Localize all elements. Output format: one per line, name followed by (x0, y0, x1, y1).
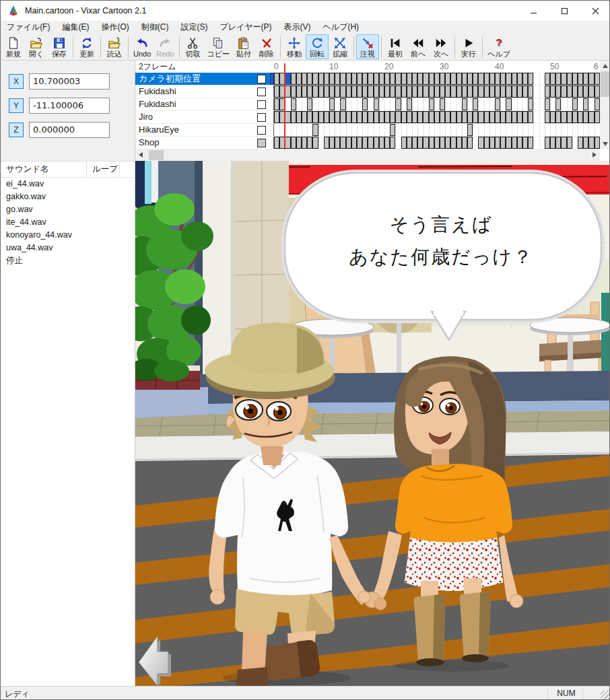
frame-cell[interactable] (567, 85, 572, 98)
frame-cell[interactable] (395, 73, 401, 85)
frame-cell-empty[interactable] (539, 98, 545, 110)
frame-cell[interactable] (578, 85, 583, 98)
frame-cell[interactable] (506, 137, 511, 149)
viewport-3d[interactable]: そう言えば あなた何歳だっけ？ (135, 161, 610, 686)
frame-cell[interactable] (473, 111, 478, 123)
frame-cell[interactable] (506, 73, 511, 85)
menu-item-2[interactable]: 操作(O) (95, 21, 135, 34)
frame-cell-empty[interactable] (456, 124, 462, 136)
minimize-button[interactable] (518, 1, 549, 21)
frame-cell[interactable] (296, 73, 302, 85)
frame-cell[interactable] (318, 85, 324, 98)
frame-cell[interactable] (346, 137, 351, 149)
frame-cell-empty[interactable] (390, 98, 395, 110)
frame-cell[interactable] (440, 137, 445, 149)
frame-cell-empty[interactable] (346, 124, 351, 136)
frame-cell-empty[interactable] (478, 124, 483, 136)
frame-cell[interactable] (555, 137, 561, 149)
sound-list-item-3[interactable]: ite_44.wav (1, 216, 135, 229)
frame-cell-empty[interactable] (368, 98, 373, 110)
toolbar-button-refresh[interactable]: 更新 (75, 34, 98, 59)
frame-cell[interactable] (324, 73, 329, 85)
frame-cell-empty[interactable] (302, 124, 307, 136)
frame-cell[interactable] (489, 85, 495, 98)
track-frame-grid[interactable] (273, 73, 600, 85)
timeline-vertical-scrollbar[interactable] (600, 61, 610, 149)
frame-cell[interactable] (478, 111, 483, 123)
frame-cell-empty[interactable] (274, 124, 279, 136)
frame-cell[interactable] (390, 73, 395, 85)
track-name[interactable]: カメラ初期位置 (135, 73, 257, 85)
timeline-track-row-4[interactable]: HikaruEye (135, 124, 600, 137)
frame-cell-empty[interactable] (539, 73, 545, 85)
track-name[interactable]: Fukidashi (135, 98, 257, 110)
track-checkbox[interactable] (257, 88, 266, 96)
frame-cell[interactable] (368, 111, 373, 123)
frame-cell-empty[interactable] (423, 124, 428, 136)
frame-cell[interactable] (567, 73, 572, 85)
frame-cell-empty[interactable] (340, 124, 345, 136)
frame-cell[interactable] (412, 111, 417, 123)
frame-cell-empty[interactable] (539, 111, 545, 123)
frame-cell[interactable] (285, 73, 290, 85)
frame-cell[interactable] (429, 137, 434, 149)
frame-cell[interactable] (296, 111, 302, 123)
frame-cell[interactable] (561, 85, 566, 98)
frame-cell[interactable] (522, 137, 528, 149)
frame-cell[interactable] (401, 137, 407, 149)
frame-cell[interactable] (274, 73, 279, 85)
frame-cell[interactable] (351, 137, 357, 149)
toolbar-button-first[interactable]: 最初 (384, 34, 407, 59)
frame-cell[interactable] (473, 85, 478, 98)
frame-cell[interactable] (528, 137, 533, 149)
timeline-track-row-3[interactable]: Jiro (135, 111, 600, 124)
frame-cell[interactable] (495, 73, 500, 85)
frame-cell-empty[interactable] (545, 124, 550, 136)
frame-cell[interactable] (512, 137, 517, 149)
frame-cell-empty[interactable] (285, 124, 290, 136)
sound-name-column-header[interactable]: サウンド名 (1, 162, 87, 177)
frame-cell[interactable] (379, 111, 384, 123)
frame-cell[interactable] (555, 73, 561, 85)
frame-cell-empty[interactable] (578, 98, 583, 110)
frame-cell[interactable] (506, 111, 511, 123)
frame-cell[interactable] (450, 137, 456, 149)
track-name[interactable]: Jiro (135, 111, 257, 123)
frame-cell[interactable] (555, 85, 561, 98)
frame-cell[interactable] (274, 111, 279, 123)
frame-cell-empty[interactable] (561, 98, 566, 110)
frame-cell-empty[interactable] (484, 124, 489, 136)
frame-cell[interactable] (429, 73, 434, 85)
frame-cell[interactable] (374, 73, 379, 85)
frame-cell[interactable] (318, 111, 324, 123)
frame-cell-empty[interactable] (324, 98, 329, 110)
frame-cell[interactable] (335, 73, 340, 85)
frame-cell[interactable] (467, 111, 473, 123)
frame-cell[interactable] (291, 137, 296, 149)
frame-cell[interactable] (412, 137, 417, 149)
frame-cell[interactable] (346, 111, 351, 123)
frame-cell[interactable] (588, 73, 594, 85)
frame-cell-empty[interactable] (401, 98, 407, 110)
frame-cell[interactable] (434, 73, 440, 85)
frame-cell[interactable] (555, 98, 561, 110)
frame-cell[interactable] (395, 85, 401, 98)
sound-list-item-6[interactable]: 停止 (1, 254, 135, 267)
frame-cell-empty[interactable] (434, 124, 440, 136)
frame-cell[interactable] (379, 85, 384, 98)
frame-cell[interactable] (384, 137, 390, 149)
frame-cell[interactable] (401, 85, 407, 98)
frame-cell[interactable] (307, 73, 312, 85)
x-value-field[interactable]: 10.700003 (29, 73, 110, 90)
frame-cell[interactable] (274, 85, 279, 98)
frame-cell-empty[interactable] (500, 124, 506, 136)
frame-cell[interactable] (522, 85, 528, 98)
track-checkbox[interactable] (257, 113, 266, 122)
frame-cell[interactable] (423, 85, 428, 98)
frame-cell-empty[interactable] (401, 124, 407, 136)
frame-cell-empty[interactable] (539, 137, 545, 149)
frame-cell-empty[interactable] (539, 124, 545, 136)
track-frame-grid[interactable] (273, 98, 600, 110)
frame-cell[interactable] (478, 73, 483, 85)
frame-cell[interactable] (302, 137, 307, 149)
